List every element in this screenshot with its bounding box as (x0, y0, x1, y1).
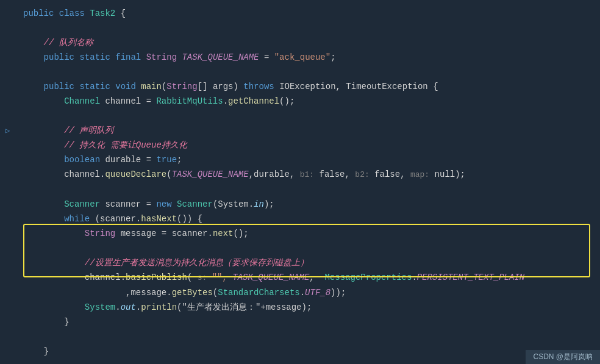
code-token: class (59, 9, 90, 18)
line-content (18, 109, 600, 123)
code-token: RabbitMqUtils (156, 96, 223, 106)
code-token: ( (162, 82, 166, 91)
code-token: (scanner. (90, 214, 141, 224)
code-token: println (141, 302, 177, 312)
code-token: System (85, 302, 115, 312)
line-content: // 声明队列 (18, 124, 600, 137)
code-token: "ack_queue" (274, 52, 330, 62)
code-token: true (156, 155, 177, 165)
code-line (0, 241, 600, 255)
code-token: ( (166, 170, 171, 179)
code-token: (System. (213, 199, 254, 209)
line-content (18, 65, 600, 79)
code-token: basicPublish (126, 273, 187, 282)
code-token: TASK_QUEUE_NAME (172, 170, 249, 179)
line-content (18, 241, 600, 255)
code-token: . (115, 302, 120, 312)
code-token: getBytes (172, 288, 213, 298)
line-content: // 队列名称 (18, 36, 600, 49)
code-token: s: (198, 273, 207, 282)
code-token: String (85, 229, 115, 238)
code-token (23, 199, 64, 209)
code-line: public static void main(String[] args) t… (0, 79, 600, 94)
code-token: } (23, 317, 70, 327)
line-content: channel.queueDeclare(TASK_QUEUE_NAME,dur… (18, 168, 600, 182)
code-token: Channel (64, 96, 100, 106)
line-content: boolean durable = true; (18, 153, 600, 166)
code-token: { (115, 9, 126, 18)
line-content: String message = scanner.next(); (18, 227, 600, 240)
bottom-bar: CSDN @是阿岚呐 (526, 350, 600, 364)
code-token: false, (314, 170, 355, 179)
code-line (0, 182, 600, 197)
line-content: Scanner scanner = new Scanner(System.in)… (18, 198, 600, 211)
code-line (0, 21, 600, 35)
code-token: )); (330, 288, 346, 298)
line-content: // 持久化 需要让Queue持久化 (18, 138, 600, 152)
code-line: public static final String TASK_QUEUE_NA… (0, 50, 600, 65)
code-token: . (412, 273, 416, 282)
code-token: static (79, 82, 115, 91)
code-token: TASK_QUEUE_NAME (232, 273, 309, 282)
code-line: } (0, 344, 600, 359)
code-token: next (213, 229, 234, 238)
code-line (0, 359, 600, 364)
code-token (23, 155, 64, 165)
code-token: String (166, 82, 197, 91)
code-token: throws (243, 82, 279, 91)
code-token: in (254, 199, 264, 209)
code-token: getChannel (228, 96, 279, 106)
code-line: while (scanner.hasNext()) { (0, 212, 600, 226)
code-line: channel.basicPublish( s: "", TASK_QUEUE_… (0, 270, 600, 285)
code-token: void (115, 82, 141, 91)
gutter-icon[interactable]: ▷ (5, 127, 10, 135)
code-token: null); (429, 170, 465, 179)
code-token: queueDeclare (105, 170, 166, 179)
code-token: // 队列名称 (23, 38, 93, 48)
line-content: } (18, 344, 600, 358)
line-content (18, 359, 600, 364)
code-token: . (300, 288, 305, 298)
code-token: b2: (355, 170, 369, 179)
code-token: StandardCharsets (218, 288, 299, 298)
code-line: Scanner scanner = new Scanner(System.in)… (0, 197, 600, 212)
code-line: } (0, 315, 600, 329)
code-token (23, 52, 44, 62)
code-token (23, 82, 44, 91)
line-content: public static final String TASK_QUEUE_NA… (18, 51, 600, 64)
code-token: public (44, 82, 80, 91)
code-token: new (156, 199, 177, 209)
code-token: (); (279, 96, 295, 106)
line-content (18, 330, 600, 343)
code-token: map: (410, 170, 429, 179)
code-token: channel. (23, 170, 105, 179)
code-token: ; (177, 155, 182, 165)
code-token: ()) { (177, 214, 202, 224)
code-token: ; (330, 52, 335, 62)
code-token: Task2 (90, 9, 115, 18)
code-line (0, 65, 600, 79)
code-token: static (79, 52, 115, 62)
code-token: ); (264, 199, 274, 209)
code-token: UTF_8 (305, 288, 330, 298)
code-token: boolean (64, 155, 105, 165)
code-token: . (223, 96, 228, 106)
code-token: main (141, 82, 162, 91)
code-token (23, 96, 64, 106)
code-token: } (23, 346, 49, 356)
code-token: channel. (23, 273, 126, 282)
code-container: public class Task2 { // 队列名称 public stat… (0, 0, 600, 364)
code-line: ,message.getBytes(StandardCharsets.UTF_8… (0, 285, 600, 300)
code-token: ( (213, 288, 218, 298)
code-line: boolean durable = true; (0, 152, 600, 167)
code-token: ,durable, (249, 170, 300, 179)
code-token: hasNext (141, 214, 177, 224)
code-token: IOException, TimeoutException { (279, 82, 438, 91)
code-line: // 持久化 需要让Queue持久化 (0, 138, 600, 152)
line-content (18, 183, 600, 196)
code-token: // 声明队列 (23, 126, 113, 135)
code-token: "", (207, 273, 232, 282)
code-token: public (23, 9, 59, 18)
line-content: //设置生产者发送消息为持久化消息（要求保存到磁盘上） (18, 256, 600, 269)
code-token: while (64, 214, 90, 224)
